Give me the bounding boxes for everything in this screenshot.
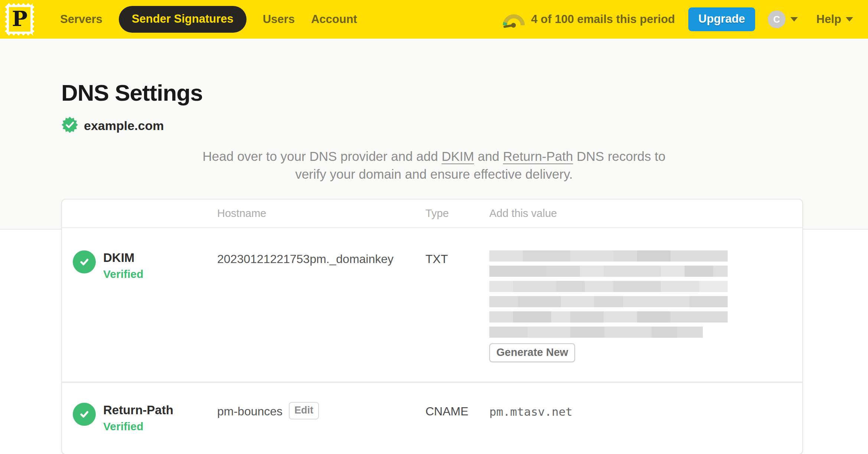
check-circle-icon <box>73 250 96 273</box>
usage-meter-link[interactable]: 4 of 100 emails this period <box>502 10 675 28</box>
logo-letter: P <box>12 8 27 30</box>
usage-text: 4 of 100 emails this period <box>531 13 675 26</box>
top-navigation-bar: P Servers Sender Signatures Users Accoun… <box>0 0 868 39</box>
verified-seal-icon <box>61 116 78 135</box>
dns-records-card: Hostname Type Add this value DKIM Verifi… <box>61 199 803 454</box>
record-name: DKIM <box>103 251 143 265</box>
record-name: Return-Path <box>103 403 173 417</box>
return-path-value: pm.mtasv.net <box>489 403 802 433</box>
dkim-status-cell: DKIM Verified <box>62 250 217 362</box>
intro-line2: verify your domain and ensure effective … <box>295 167 573 181</box>
return-path-hostname: pm-bounces <box>217 405 283 418</box>
primary-nav: Servers Sender Signatures Users Account <box>60 6 357 33</box>
status-badge: Verified <box>103 420 173 433</box>
table-row-return-path: Return-Path Verified pm-bounces Edit CNA… <box>62 383 802 454</box>
redacted-value-line <box>489 281 728 292</box>
stamp-perforation <box>3 2 7 36</box>
return-path-hostname-cell: pm-bounces Edit <box>217 403 425 433</box>
redacted-value-line <box>489 327 703 338</box>
domain-name: example.com <box>84 119 164 133</box>
edit-button[interactable]: Edit <box>289 402 319 419</box>
return-path-status-cell: Return-Path Verified <box>62 403 217 433</box>
dkim-value-cell: Generate New <box>489 250 802 362</box>
topbar-right-group: 4 of 100 emails this period Upgrade C He… <box>502 7 853 31</box>
nav-item-account[interactable]: Account <box>311 13 357 26</box>
return-path-labels: Return-Path Verified <box>103 403 173 433</box>
intro-and: and <box>474 149 503 163</box>
dkim-labels: DKIM Verified <box>103 250 143 280</box>
redacted-value-line <box>489 266 728 277</box>
page-title: DNS Settings <box>0 39 868 106</box>
redacted-value-line <box>489 250 728 262</box>
table-row-dkim: DKIM Verified 20230121221753pm._domainke… <box>62 228 802 382</box>
intro-post: DNS records to <box>573 149 666 163</box>
check-circle-icon <box>73 403 96 426</box>
dkim-type: TXT <box>425 250 489 362</box>
account-avatar-menu[interactable]: C <box>768 10 798 28</box>
dkim-hostname: 20230121221753pm._domainkey <box>217 250 425 362</box>
nav-item-servers[interactable]: Servers <box>60 13 102 26</box>
nav-item-users[interactable]: Users <box>263 13 295 26</box>
stamp-perforation <box>4 1 35 6</box>
nav-item-sender-signatures[interactable]: Sender Signatures <box>119 6 247 33</box>
return-path-type: CNAME <box>425 403 489 433</box>
verified-domain: example.com <box>61 116 868 135</box>
avatar: C <box>768 10 786 28</box>
chevron-down-icon <box>846 17 853 22</box>
header-value: Add this value <box>489 207 802 220</box>
status-badge: Verified <box>103 268 143 280</box>
upgrade-button[interactable]: Upgrade <box>688 7 755 31</box>
stamp-perforation <box>4 33 35 38</box>
return-path-link[interactable]: Return-Path <box>503 149 573 163</box>
redacted-value-line <box>489 296 728 307</box>
postmark-stamp-logo[interactable]: P <box>5 3 34 35</box>
chevron-down-icon <box>790 17 798 22</box>
usage-gauge-icon <box>502 10 526 28</box>
header-hostname: Hostname <box>217 207 425 220</box>
generate-new-button[interactable]: Generate New <box>489 343 575 362</box>
redacted-value-line <box>489 311 728 322</box>
intro-pre: Head over to your DNS provider and add <box>202 149 441 163</box>
help-label: Help <box>816 13 841 26</box>
table-header-row: Hostname Type Add this value <box>62 200 802 228</box>
dkim-link[interactable]: DKIM <box>441 149 474 163</box>
stamp-perforation <box>32 2 36 36</box>
header-type: Type <box>425 207 489 220</box>
stamp-inner: P <box>9 7 30 32</box>
help-menu[interactable]: Help <box>816 13 853 26</box>
intro-text: Head over to your DNS provider and add D… <box>193 147 675 183</box>
